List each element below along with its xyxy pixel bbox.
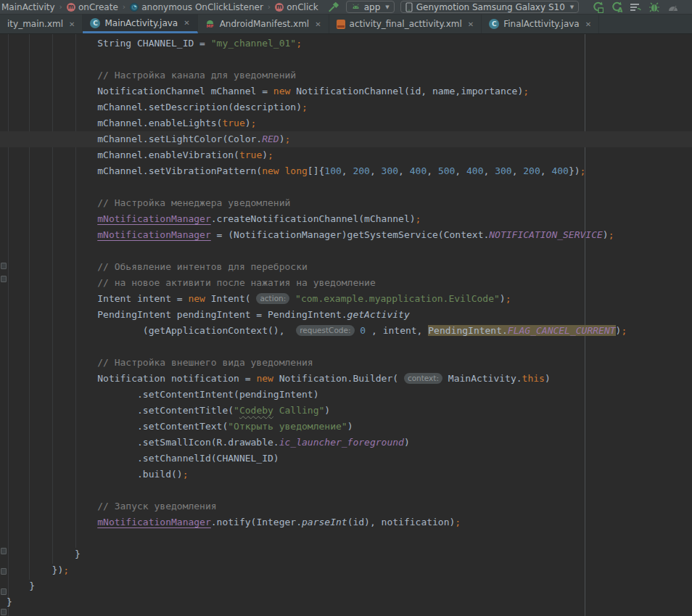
code-token: ) — [262, 149, 268, 160]
code-token: , — [484, 165, 495, 176]
breadcrumb-label: MainActivity — [1, 2, 55, 12]
attach-debugger-icon[interactable] — [630, 1, 641, 13]
code-line[interactable]: // Запуск уведомления — [0, 498, 692, 514]
run-config-selector[interactable]: app ▼ — [346, 1, 395, 13]
tab-mainactivity-java[interactable]: C MainActivity.java ✕ — [83, 15, 197, 33]
code-line[interactable]: .build(); — [0, 467, 692, 482]
code-token: 400 — [466, 165, 483, 176]
code-line[interactable]: // Настройка канала для уведомлений — [0, 67, 692, 83]
code-line[interactable]: mChannel.setLightColor(Color.RED); — [0, 131, 692, 147]
code-token: Notification notification = — [7, 373, 256, 384]
code-line[interactable]: .setChannelId(CHANNEL_ID) — [0, 451, 692, 467]
tab-finalacttivity-java[interactable]: C FinalActtivity.java ✕ — [482, 15, 599, 33]
close-icon[interactable]: ✕ — [315, 20, 321, 28]
tab-label: ity_main.xml — [7, 19, 63, 29]
code-line[interactable]: } — [0, 578, 692, 594]
tab-activity-final-xml[interactable]: activity_final_acttivity.xml ✕ — [329, 15, 482, 33]
tab-label: AndroidManifest.xml — [220, 19, 310, 29]
device-selector[interactable]: Genymotion Samsung Galaxy S10 ▼ — [400, 1, 579, 13]
code-line[interactable]: mChannel.setDescription(description); — [0, 99, 692, 115]
parameter-hint: context: — [404, 373, 442, 384]
breadcrumb-item-onclick[interactable]: m onClick — [275, 2, 318, 12]
code-line[interactable]: // Настройка внешнего вида уведомления — [0, 355, 692, 371]
code-token: []{ — [308, 165, 324, 176]
close-icon[interactable]: ✕ — [585, 20, 591, 28]
code-token: ) — [603, 229, 609, 240]
code-line[interactable]: (getApplicationContext(), requestCode: 0… — [0, 323, 692, 339]
code-line[interactable]: String CHANNEL_ID = "my_channel_01"; — [0, 36, 692, 52]
code-area[interactable]: String CHANNEL_ID = "my_channel_01"; // … — [0, 34, 692, 610]
close-icon[interactable]: ✕ — [184, 19, 189, 27]
code-token — [7, 213, 97, 224]
code-token: FLAG_CANCEL_CURRENT — [508, 325, 616, 336]
anonymous-class-icon: ◔ — [130, 3, 139, 12]
code-token: .setChannelId(CHANNEL_ID) — [7, 453, 279, 464]
code-line[interactable]: Notification notification = new Notifica… — [0, 371, 692, 387]
build-hammer-icon[interactable] — [329, 1, 340, 13]
svg-text:A: A — [618, 7, 623, 13]
close-icon[interactable]: ✕ — [69, 20, 75, 28]
debug-icon[interactable] — [648, 1, 660, 13]
code-line[interactable]: .setContentIntent(pendingIntent) — [0, 387, 692, 403]
code-token: ic_launcher_foreground — [279, 437, 404, 448]
code-line[interactable]: // Настройка менеджера уведомлений — [0, 195, 692, 211]
code-line[interactable]: mChannel.setVibrationPattern(new long[]{… — [0, 163, 692, 179]
tab-label: activity_final_acttivity.xml — [350, 19, 462, 29]
tab-label: FinalActtivity.java — [503, 19, 579, 29]
breadcrumb-item-anonymous-class[interactable]: ◔ anonymous OnClickListener — [130, 2, 263, 12]
code-token — [7, 229, 97, 240]
code-editor[interactable]: String CHANNEL_ID = "my_channel_01"; // … — [0, 34, 692, 616]
code-line[interactable] — [0, 179, 692, 195]
code-token — [289, 293, 295, 304]
run-config-label: app — [364, 2, 381, 12]
code-line[interactable] — [0, 52, 692, 67]
code-line[interactable]: .setContentText("Открыть уведомление") — [0, 419, 692, 435]
code-line[interactable] — [0, 339, 692, 355]
code-token: .build() — [7, 469, 183, 480]
code-line[interactable] — [0, 243, 692, 259]
profile-icon[interactable] — [667, 1, 679, 13]
code-line[interactable]: // на новое активити после нажатия на ув… — [0, 275, 692, 291]
code-line[interactable]: Intent intent = new Intent( action: "com… — [0, 291, 692, 307]
tab-androidmanifest-xml[interactable]: MF AndroidManifest.xml ✕ — [198, 15, 329, 33]
code-line[interactable] — [0, 482, 692, 498]
code-token: Codeby — [239, 405, 273, 416]
apply-changes-restart-icon[interactable] — [592, 1, 604, 13]
apply-code-changes-icon[interactable]: A — [611, 1, 622, 13]
breadcrumb-separator-icon: › — [267, 2, 271, 12]
code-line[interactable]: mChannel.enableVibration(true); — [0, 147, 692, 163]
code-line[interactable]: PendingIntent pendingIntent = PendingInt… — [0, 307, 692, 323]
code-token: mChannel.setDescription(description) — [7, 102, 302, 112]
editor-tab-bar: ity_main.xml ✕ C MainActivity.java ✕ MF … — [0, 15, 692, 34]
code-line[interactable]: mChannel.enableLights(true); — [0, 115, 692, 131]
code-token: ) — [324, 405, 330, 416]
breadcrumb-item-class[interactable]: MainActivity — [1, 2, 55, 12]
code-token: ) — [245, 118, 251, 128]
code-line[interactable]: mNotificationManager.createNotificationC… — [0, 211, 692, 227]
code-token: // на новое активити после нажатия на ув… — [7, 277, 376, 288]
run-actions: A — [592, 1, 679, 13]
code-line[interactable]: .setContentTitle("Codeby Calling") — [0, 403, 692, 419]
parameter-hint: action: — [256, 293, 289, 304]
code-line[interactable]: // Обьявление интентов для переброски — [0, 259, 692, 275]
code-line[interactable]: .setSmallIcon(R.drawable.ic_launcher_for… — [0, 435, 692, 451]
code-token: MainActivity. — [442, 373, 522, 384]
breadcrumb-item-oncreate[interactable]: m onCreate — [67, 2, 118, 12]
code-token: mChannel.setVibrationPattern( — [7, 165, 262, 176]
code-token: ; — [183, 469, 189, 480]
code-line[interactable]: }); — [0, 562, 692, 578]
code-line[interactable]: } — [0, 546, 692, 562]
code-token: PendingIntent. — [428, 325, 508, 336]
code-line[interactable] — [0, 530, 692, 546]
code-line[interactable]: NotificationChannel mChannel = new Notif… — [0, 83, 692, 99]
code-line[interactable]: } — [0, 594, 692, 610]
code-token: ; — [455, 517, 461, 527]
code-line[interactable]: mNotificationManager.notify(Integer.pars… — [0, 514, 692, 530]
code-token: parseInt — [302, 517, 347, 527]
code-token: " — [234, 405, 239, 416]
close-icon[interactable]: ✕ — [468, 20, 474, 28]
code-token: NotificationChannel mChannel = — [7, 86, 273, 96]
tab-activity-main-xml[interactable]: ity_main.xml ✕ — [0, 15, 83, 33]
code-line[interactable]: mNotificationManager = (NotificationMana… — [0, 227, 692, 243]
code-token: mNotificationManager — [97, 517, 211, 527]
